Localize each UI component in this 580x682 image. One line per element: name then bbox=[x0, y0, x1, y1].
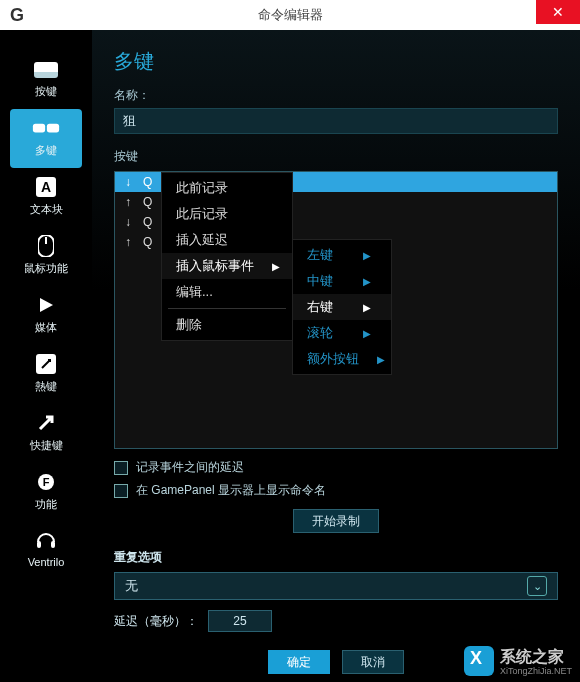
submenu-arrow-icon: ▶ bbox=[363, 276, 371, 287]
app-logo: G bbox=[0, 0, 34, 30]
submenu-arrow-icon: ▶ bbox=[377, 354, 385, 365]
sidebar-item-textblock[interactable]: A 文本块 bbox=[0, 168, 92, 227]
repeat-select[interactable]: 无 ⌄ bbox=[114, 572, 558, 600]
svg-rect-1 bbox=[47, 124, 59, 133]
textblock-icon: A bbox=[32, 176, 60, 198]
svg-text:A: A bbox=[41, 179, 51, 195]
keystroke-icon bbox=[32, 58, 60, 80]
svg-text:F: F bbox=[43, 476, 50, 488]
keydown-icon: ↓ bbox=[125, 215, 135, 229]
menu-delete[interactable]: 删除 bbox=[162, 312, 292, 338]
submenu-right-button[interactable]: 右键▶ bbox=[293, 294, 391, 320]
menu-record-after[interactable]: 此后记录 bbox=[162, 201, 292, 227]
sidebar-item-shortcut[interactable]: 快捷键 bbox=[0, 404, 92, 463]
shortcut-arrow-icon bbox=[32, 412, 60, 434]
key-label: Q bbox=[143, 195, 152, 209]
submenu-middle-button[interactable]: 中键▶ bbox=[293, 268, 391, 294]
keyup-icon: ↑ bbox=[125, 235, 135, 249]
gamepanel-checkbox[interactable] bbox=[114, 484, 128, 498]
record-delay-checkbox[interactable] bbox=[114, 461, 128, 475]
close-button[interactable]: ✕ bbox=[536, 0, 580, 24]
sidebar-item-function[interactable]: F 功能 bbox=[0, 463, 92, 522]
repeat-value: 无 bbox=[125, 577, 138, 595]
hotkey-icon bbox=[32, 353, 60, 375]
sidebar-item-multikey[interactable]: 多键 bbox=[10, 109, 82, 168]
svg-rect-0 bbox=[33, 124, 45, 133]
keydown-icon: ↓ bbox=[125, 175, 135, 189]
delay-input[interactable] bbox=[208, 610, 272, 632]
page-title: 多键 bbox=[114, 48, 558, 75]
submenu-wheel[interactable]: 滚轮▶ bbox=[293, 320, 391, 346]
sidebar: 按键 多键 A 文本块 鼠标功能 媒体 bbox=[0, 30, 92, 682]
svg-rect-10 bbox=[51, 541, 55, 548]
menu-insert-mouse-event[interactable]: 插入鼠标事件▶ bbox=[162, 253, 292, 279]
gamepanel-label: 在 GamePanel 显示器上显示命令名 bbox=[136, 482, 326, 499]
menu-separator bbox=[168, 308, 286, 309]
titlebar: G 命令编辑器 ✕ bbox=[0, 0, 580, 30]
name-input[interactable] bbox=[114, 108, 558, 134]
media-play-icon bbox=[32, 294, 60, 316]
cancel-button[interactable]: 取消 bbox=[342, 650, 404, 674]
menu-record-before[interactable]: 此前记录 bbox=[162, 175, 292, 201]
context-submenu-mouse: 左键▶ 中键▶ 右键▶ 滚轮▶ 额外按钮▶ bbox=[292, 239, 392, 375]
keys-label: 按键 bbox=[114, 148, 558, 165]
submenu-arrow-icon: ▶ bbox=[363, 328, 371, 339]
sidebar-item-keystroke[interactable]: 按键 bbox=[0, 50, 92, 109]
sidebar-item-media[interactable]: 媒体 bbox=[0, 286, 92, 345]
submenu-arrow-icon: ▶ bbox=[272, 261, 280, 272]
record-delay-label: 记录事件之间的延迟 bbox=[136, 459, 244, 476]
submenu-arrow-icon: ▶ bbox=[363, 250, 371, 261]
context-menu: 此前记录 此后记录 插入延迟 插入鼠标事件▶ 编辑... 删除 左键▶ 中键▶ … bbox=[161, 172, 293, 341]
multikey-icon bbox=[32, 117, 60, 139]
delay-label: 延迟（毫秒）： bbox=[114, 613, 198, 630]
sidebar-item-mouse[interactable]: 鼠标功能 bbox=[0, 227, 92, 286]
ok-button[interactable]: 确定 bbox=[268, 650, 330, 674]
keyup-icon: ↑ bbox=[125, 195, 135, 209]
main-panel: 多键 名称： 按键 ↓ Q ↑ Q ↓ Q ↑ Q 此前记录 bbox=[92, 30, 580, 682]
key-label: Q bbox=[143, 175, 152, 189]
app-body: 按键 多键 A 文本块 鼠标功能 媒体 bbox=[0, 30, 580, 682]
svg-rect-9 bbox=[37, 541, 41, 548]
menu-edit[interactable]: 编辑... bbox=[162, 279, 292, 305]
submenu-arrow-icon: ▶ bbox=[363, 302, 371, 313]
menu-insert-delay[interactable]: 插入延迟 bbox=[162, 227, 292, 253]
headset-icon bbox=[32, 530, 60, 552]
key-label: Q bbox=[143, 215, 152, 229]
key-label: Q bbox=[143, 235, 152, 249]
keys-list[interactable]: ↓ Q ↑ Q ↓ Q ↑ Q 此前记录 此后记录 插入延迟 插入鼠标事件 bbox=[114, 171, 558, 449]
sidebar-item-hotkey[interactable]: 熱键 bbox=[0, 345, 92, 404]
sidebar-item-ventrilo[interactable]: Ventrilo bbox=[0, 522, 92, 578]
repeat-section-title: 重复选项 bbox=[114, 549, 558, 566]
mouse-icon bbox=[32, 235, 60, 257]
window-title: 命令编辑器 bbox=[0, 6, 580, 24]
name-label: 名称： bbox=[114, 87, 558, 104]
chevron-down-icon: ⌄ bbox=[527, 576, 547, 596]
start-record-button[interactable]: 开始录制 bbox=[293, 509, 379, 533]
submenu-extra-button[interactable]: 额外按钮▶ bbox=[293, 346, 391, 372]
submenu-left-button[interactable]: 左键▶ bbox=[293, 242, 391, 268]
gear-icon: F bbox=[32, 471, 60, 493]
